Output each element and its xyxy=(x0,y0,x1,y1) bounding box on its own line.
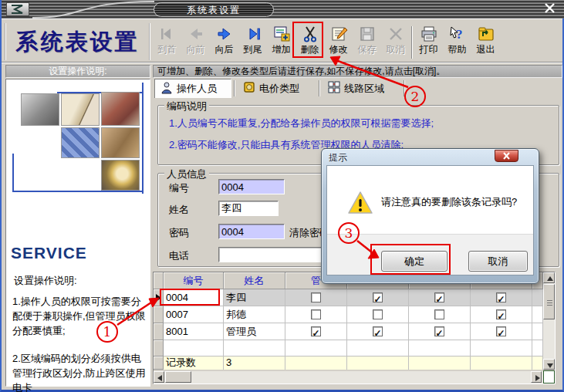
annotation-box-selected-record xyxy=(160,289,220,306)
coding-note-1: 1.人员编号不能重复,分配给各操作员的权限可根据需要选择; xyxy=(169,117,434,130)
permission-checkbox[interactable] xyxy=(496,309,506,319)
tab-line-area[interactable]: 线路区域 xyxy=(323,79,400,98)
scroll-up-button[interactable] xyxy=(543,272,555,283)
page-title: 系统表设置 xyxy=(16,29,140,54)
cell-name[interactable]: 管理员 xyxy=(224,323,285,340)
cell-id[interactable]: 8001 xyxy=(164,323,224,340)
cell-empty xyxy=(285,340,347,357)
app-logo-icon xyxy=(6,2,29,16)
annotation-step-1: 1 xyxy=(96,321,118,343)
sidebar-note-title: 设置操作说明: xyxy=(14,274,77,288)
permission-checkbox[interactable] xyxy=(311,292,321,302)
window-title: 系统表设置 xyxy=(154,2,274,17)
scroll-left-button[interactable] xyxy=(154,371,164,383)
go-next-icon xyxy=(215,25,234,43)
coding-group-title: 编码说明 xyxy=(164,100,209,113)
name-field[interactable] xyxy=(218,201,279,216)
collage-photo-tools xyxy=(21,93,59,126)
scrollbar-corner xyxy=(543,370,555,384)
toolbar-button-save: 保存 xyxy=(353,23,381,61)
cell-perm xyxy=(409,323,471,340)
dialog-close-icon[interactable] xyxy=(495,150,518,162)
sidebar-header: 设置操作说明: xyxy=(5,65,150,78)
save-icon xyxy=(358,25,377,43)
help-icon: ? xyxy=(448,25,467,43)
dialog-message: 请注意真的要删除该条记录吗? xyxy=(381,195,517,209)
cancel-icon xyxy=(387,25,405,43)
cell-perm xyxy=(409,306,471,323)
permission-checkbox[interactable] xyxy=(373,326,383,336)
hint-bar: 可增加、删除、修改各类型后请进行保存,如不保存修改,请点击[取消]。 xyxy=(153,65,562,78)
password-field[interactable] xyxy=(218,224,285,239)
cell-name[interactable]: 邦德 xyxy=(224,306,285,323)
permission-checkbox[interactable] xyxy=(373,292,383,302)
toolbar-button-add[interactable]: 增加 xyxy=(267,23,296,61)
permission-checkbox[interactable] xyxy=(373,309,383,319)
grid-corner-cell xyxy=(154,272,164,289)
horizontal-scrollbar[interactable] xyxy=(154,371,543,384)
collage-photo-keyboard xyxy=(61,127,100,158)
toolbar-button-print[interactable]: 打印 xyxy=(414,23,443,61)
cancel-button[interactable]: 取消 xyxy=(468,251,528,272)
warning-icon xyxy=(347,191,373,218)
scroll-down-button[interactable] xyxy=(543,359,555,370)
modify-record-icon xyxy=(329,25,348,43)
grid-col-header-id: 编号 xyxy=(164,272,224,289)
permission-checkbox[interactable] xyxy=(434,309,444,319)
cell-perm xyxy=(347,323,409,340)
vertical-scrollbar[interactable] xyxy=(543,272,555,370)
exit-icon xyxy=(477,25,495,43)
footer-selector-cell xyxy=(154,357,164,370)
id-field[interactable] xyxy=(218,179,285,194)
annotation-box-delete-button xyxy=(292,22,323,58)
row-selector-cell[interactable] xyxy=(154,306,164,323)
collage-photo-fabric xyxy=(101,127,140,158)
scrollbar-thumb[interactable] xyxy=(543,284,555,319)
add-record-icon xyxy=(272,25,291,43)
permission-checkbox[interactable] xyxy=(434,326,444,336)
tab-separator xyxy=(234,80,235,96)
service-brand-text: SERVICE xyxy=(11,244,87,262)
permission-checkbox[interactable] xyxy=(434,292,444,302)
operator-icon xyxy=(160,82,173,96)
footer-cell xyxy=(409,357,471,370)
field-label-password: 密码 xyxy=(169,226,189,240)
cell-name[interactable]: 李四 xyxy=(224,289,285,306)
close-icon[interactable] xyxy=(544,3,558,15)
scrollbar-thumb[interactable] xyxy=(165,371,191,383)
tab-price-type[interactable]: 电价类型 xyxy=(238,79,315,98)
scroll-right-button[interactable] xyxy=(531,371,542,383)
go-last-icon xyxy=(244,25,262,43)
titlebar-swoosh xyxy=(31,0,162,19)
toolbar-button-help[interactable]: ? 帮助 xyxy=(443,23,471,61)
permission-checkbox[interactable] xyxy=(496,326,506,336)
tab-operators[interactable]: 操作人员 xyxy=(154,79,231,98)
permission-checkbox[interactable] xyxy=(311,326,321,336)
cell-perm xyxy=(285,323,347,340)
permission-checkbox[interactable] xyxy=(311,309,321,319)
svg-text:?: ? xyxy=(456,27,463,42)
row-selector-cell[interactable] xyxy=(154,323,164,340)
cell-empty xyxy=(532,340,543,357)
person-group-title: 人员信息 xyxy=(164,167,209,181)
cell-id[interactable]: 0007 xyxy=(164,306,224,323)
cell-empty xyxy=(347,340,409,357)
toolbar-button-next[interactable]: 向后 xyxy=(210,23,238,61)
grid-col-header-name: 姓名 xyxy=(224,272,285,289)
toolbar-button-modify[interactable]: 修改 xyxy=(324,23,353,61)
annotation-step-2: 2 xyxy=(404,86,426,107)
field-label-phone: 电话 xyxy=(169,249,189,263)
permission-checkbox[interactable] xyxy=(496,292,506,302)
sidebar: SERVICE 设置操作说明: 1.操作人员的权限可按需要分配便于兼职操作,但管… xyxy=(5,79,150,387)
cell-empty xyxy=(164,340,224,357)
cell-perm xyxy=(471,323,532,340)
cell-empty xyxy=(409,340,471,357)
collage-frame-line xyxy=(12,191,144,192)
cell-empty xyxy=(224,340,285,357)
toolbar-button-last[interactable]: 到尾 xyxy=(238,23,267,61)
tab-separator xyxy=(319,80,320,96)
footer-cell xyxy=(285,357,347,370)
cell-perm xyxy=(285,289,347,306)
toolbar-button-exit[interactable]: 退出 xyxy=(471,23,500,61)
cell-filler xyxy=(532,289,543,306)
